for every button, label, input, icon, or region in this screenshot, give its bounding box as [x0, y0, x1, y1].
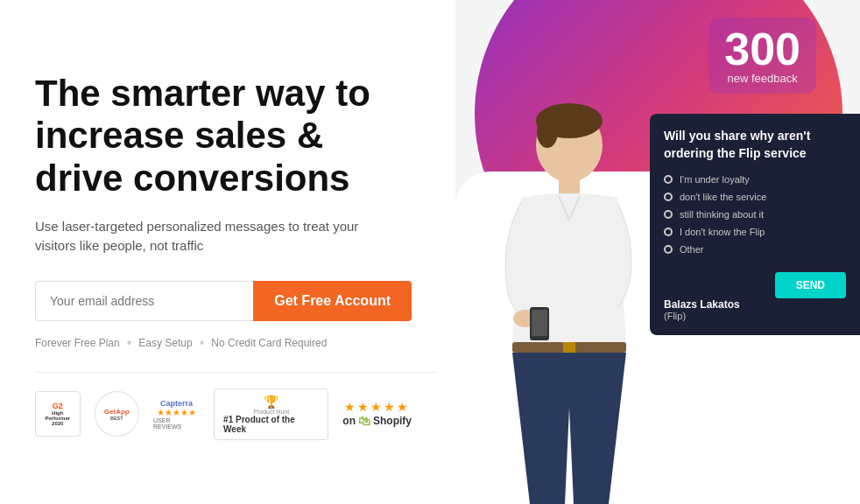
counter-badge: 300 new feedback [708, 18, 816, 94]
feedback-option-3: still thinking about it [664, 209, 846, 220]
svg-rect-6 [532, 310, 547, 336]
counter-label: new feedback [724, 72, 800, 85]
option-label-4: I don't know the Flip [680, 227, 765, 237]
radio-2[interactable] [664, 192, 673, 201]
hero-headline: The smarter way to increase sales & driv… [35, 73, 412, 200]
feedback-option-4: I don't know the Flip [664, 227, 846, 237]
feedback-title: Will you share why aren't ordering the F… [664, 128, 846, 162]
capterra-sub: USER REVIEWS [153, 417, 200, 430]
email-form: Get Free Account [35, 281, 412, 321]
feature-2: Easy Setup [138, 337, 192, 349]
feedback-option-2: don't like the service [664, 192, 846, 202]
feedback-footer: Balazs Lakatos (Flip) [664, 298, 846, 321]
svg-point-2 [537, 116, 558, 148]
option-label-3: still thinking about it [680, 209, 764, 220]
ph-label: #1 Product of the Week [223, 415, 319, 434]
left-content: The smarter way to increase sales & driv… [0, 0, 455, 504]
right-content: 300 new feedback [455, 0, 860, 504]
getapp-label: GetApp [104, 408, 130, 416]
features-row: Forever Free Plan • Easy Setup • No Cred… [35, 335, 412, 351]
feature-3: No Credit Card Required [211, 337, 327, 349]
capterra-badge: Capterra ★★★★★ USER REVIEWS [153, 399, 200, 430]
capterra-stars: ★★★★★ [157, 408, 196, 417]
radio-1[interactable] [664, 175, 673, 184]
option-label-1: I'm under loyalty [680, 174, 750, 185]
ph-sub: Product Hunt [253, 409, 289, 415]
ph-icon: 🏆 [264, 395, 278, 409]
svg-rect-8 [563, 342, 575, 353]
radio-4[interactable] [664, 228, 673, 236]
feedback-user-role: (Flip) [664, 311, 846, 321]
page-wrapper: The smarter way to increase sales & driv… [0, 0, 860, 504]
producthunt-badge: 🏆 Product Hunt #1 Product of the Week [214, 388, 328, 440]
separator-1: • [127, 335, 132, 351]
shopify-bag-icon: 🛍 [358, 414, 370, 428]
shopify-badge: ★★★★★ on 🛍 Shopify [342, 400, 412, 428]
counter-number: 300 [724, 26, 800, 72]
feedback-option-5: Other [664, 244, 846, 255]
feature-1: Forever Free Plan [35, 337, 120, 349]
option-label-5: Other [680, 244, 704, 255]
feedback-option-1: I'm under loyalty [664, 174, 846, 185]
email-input[interactable] [35, 281, 253, 321]
g2-badge: G2 High Performer 2020 [35, 391, 81, 437]
feedback-send-button[interactable]: SEND [775, 272, 846, 298]
getapp-badge: GetApp BEST [95, 391, 139, 437]
g2-year: 2020 [52, 421, 63, 426]
badges-row: G2 High Performer 2020 GetApp BEST Capte… [35, 388, 412, 440]
person-image [473, 84, 666, 504]
hero-subtext: Use laser-targeted personalized messages… [35, 217, 403, 256]
shopify-logo: on 🛍 Shopify [342, 414, 412, 428]
separator-2: • [200, 335, 205, 351]
radio-5[interactable] [664, 245, 673, 254]
feedback-user-name: Balazs Lakatos [664, 298, 846, 311]
feedback-widget: Will you share why aren't ordering the F… [650, 114, 860, 335]
getapp-sub: BEST [110, 416, 123, 421]
cta-button[interactable]: Get Free Account [253, 281, 412, 321]
option-label-2: don't like the service [680, 192, 766, 202]
shopify-name: Shopify [373, 415, 412, 427]
radio-3[interactable] [664, 210, 673, 219]
shopify-on: on [342, 415, 356, 427]
divider [35, 372, 438, 373]
shopify-stars: ★★★★★ [344, 400, 410, 414]
g2-label: G2 [53, 402, 63, 410]
capterra-label: Capterra [160, 399, 193, 408]
